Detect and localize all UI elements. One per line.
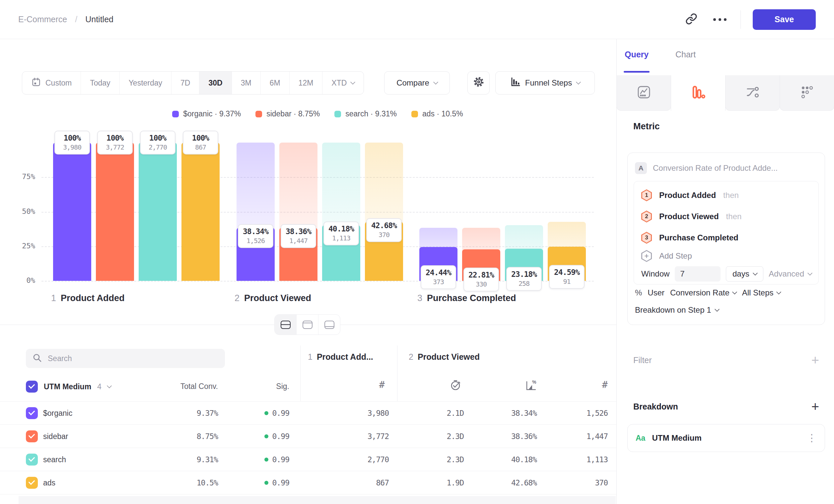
row-checkbox[interactable] xyxy=(26,454,38,465)
chart-type-button[interactable]: Funnel Steps xyxy=(495,71,595,94)
funnel-bar[interactable] xyxy=(139,143,177,281)
metric-series-row[interactable]: A Conversion Rate of Product Adde... xyxy=(635,162,777,174)
date-range-6m[interactable]: 6M xyxy=(261,72,290,94)
date-range-label: XTD xyxy=(331,78,347,88)
retention-report-tab[interactable] xyxy=(780,75,834,111)
date-range-today[interactable]: Today xyxy=(81,72,119,94)
table-row[interactable]: search9.31%0.992,7702.3D40.18%1,113 xyxy=(0,448,616,471)
bar-percent: 23.18% xyxy=(508,270,541,278)
row-conv-rate: 38.34% xyxy=(470,409,537,417)
row-checkbox[interactable] xyxy=(26,430,38,442)
breadcrumb-title[interactable]: Untitled xyxy=(85,15,113,24)
row-checkbox[interactable] xyxy=(26,477,38,489)
bar-chart-icon xyxy=(510,77,521,89)
tab-query[interactable]: Query xyxy=(625,50,649,59)
tab-chart[interactable]: Chart xyxy=(676,50,696,59)
window-value-input[interactable] xyxy=(675,266,721,281)
date-range-3m[interactable]: 3M xyxy=(232,72,261,94)
metric-step[interactable]: 1Product Addedthen xyxy=(641,185,818,206)
split-horizontal-icon xyxy=(281,321,291,329)
legend-item[interactable]: search · 9.31% xyxy=(334,109,397,118)
funnel-report-app: E-Commerce / Untitled Save CustomTodayYe… xyxy=(0,0,834,504)
table-row[interactable]: ads10.5%0.998671.9D42.68%370 xyxy=(0,471,616,495)
row-significance: 0.99 xyxy=(223,409,289,417)
total-conv-header[interactable]: Total Conv. xyxy=(152,382,218,391)
chevron-down-icon xyxy=(576,79,581,85)
bar-count: 373 xyxy=(422,278,455,286)
add-filter-button[interactable]: + xyxy=(811,353,819,367)
metric-step[interactable]: 3Purchase Completed xyxy=(641,227,818,248)
kebab-menu-icon[interactable]: ⋮ xyxy=(807,433,817,443)
bar-count: 867 xyxy=(184,143,217,151)
counting-measure[interactable]: Conversion Rate xyxy=(670,288,737,297)
chart-settings-button[interactable] xyxy=(467,71,490,94)
breakdown-on-step-control[interactable]: Breakdown on Step 1 xyxy=(635,305,719,315)
funnels-report-tab[interactable] xyxy=(671,75,726,111)
breadcrumb-project[interactable]: E-Commerce xyxy=(18,15,67,24)
table-row[interactable]: $organic9.37%0.993,9802.1D38.34%1,526 xyxy=(0,402,616,425)
advanced-toggle[interactable]: Advanced xyxy=(769,269,812,278)
legend-label: sidebar · 8.75% xyxy=(266,109,320,118)
layout-table-only-button[interactable] xyxy=(318,315,340,335)
layout-split-horizontal-button[interactable] xyxy=(275,315,296,335)
bar-value-label: 38.34%1,526 xyxy=(238,224,273,248)
layout-chart-only-button[interactable] xyxy=(296,315,318,335)
legend-item[interactable]: sidebar · 8.75% xyxy=(256,109,320,118)
save-button[interactable]: Save xyxy=(753,9,816,30)
share-link-button[interactable] xyxy=(683,11,699,28)
counting-scope[interactable]: All Steps xyxy=(742,288,781,297)
compare-button[interactable]: Compare xyxy=(384,71,450,94)
significance-value: 0.99 xyxy=(272,409,289,417)
row-total-conv: 9.37% xyxy=(152,409,218,417)
metric-card: A Conversion Rate of Product Adde... 1Pr… xyxy=(627,153,825,325)
window-unit-label: days xyxy=(732,269,749,278)
select-all-checkbox[interactable] xyxy=(26,381,38,393)
date-range-30d[interactable]: 30D xyxy=(199,72,232,94)
measure-label: Conversion Rate xyxy=(670,288,729,297)
legend-swatch xyxy=(411,111,418,117)
table-scroll-strip[interactable] xyxy=(19,496,616,504)
date-range-yesterday[interactable]: Yesterday xyxy=(120,72,172,94)
chart-step-label: 3Purchase Completed xyxy=(417,293,516,303)
breakdown-property-card[interactable]: Aa UTM Medium ⋮ xyxy=(627,424,825,452)
retention-icon xyxy=(799,85,815,101)
more-options-button[interactable] xyxy=(711,16,728,23)
legend-item[interactable]: ads · 10.5% xyxy=(411,109,463,118)
group-column-label[interactable]: UTM Medium xyxy=(44,382,91,391)
table-row[interactable]: sidebar8.75%0.993,7722.3D38.36%1,447 xyxy=(0,425,616,448)
sig-header[interactable]: Sig. xyxy=(223,382,289,391)
chevron-down-icon xyxy=(732,289,738,294)
topbar-divider xyxy=(741,10,741,29)
count-column-icon: # xyxy=(575,379,608,390)
funnel-bar[interactable] xyxy=(53,143,91,281)
date-range-custom[interactable]: Custom xyxy=(22,72,81,94)
chart-step-label: 2Product Viewed xyxy=(235,293,311,303)
date-range-xtd[interactable]: XTD xyxy=(323,72,364,94)
chevron-down-icon[interactable] xyxy=(107,383,112,388)
table-group-header: UTM Medium 4 xyxy=(26,378,111,395)
breakdown-property-name: UTM Medium xyxy=(652,433,701,443)
row-checkbox[interactable] xyxy=(26,407,38,419)
add-step-button[interactable]: + Add Step xyxy=(641,248,818,264)
add-breakdown-button[interactable]: + xyxy=(811,400,819,413)
row-conv-rate: 38.36% xyxy=(470,432,537,441)
filter-label: Filter xyxy=(633,356,652,365)
metric-step[interactable]: 2Product Viewedthen xyxy=(641,206,818,227)
search-input[interactable] xyxy=(47,354,218,363)
counting-entity[interactable]: User xyxy=(648,288,664,297)
flows-report-tab[interactable] xyxy=(725,75,780,111)
funnel-bar[interactable] xyxy=(96,143,134,281)
insights-report-tab[interactable] xyxy=(616,75,671,111)
window-unit-select[interactable]: days xyxy=(726,266,763,281)
bar-percent: 42.68% xyxy=(368,221,400,230)
funnel-bar[interactable] xyxy=(181,143,220,281)
step-number: 1 xyxy=(308,352,312,362)
conversion-rate-column-icon: % xyxy=(524,379,537,393)
ellipsis-icon xyxy=(713,18,726,21)
row-significance: 0.99 xyxy=(223,432,289,441)
legend-item[interactable]: $organic · 9.37% xyxy=(172,109,241,118)
date-range-7d[interactable]: 7D xyxy=(172,72,199,94)
step-then-label: then xyxy=(726,212,742,221)
date-range-12m[interactable]: 12M xyxy=(290,72,323,94)
significance-value: 0.99 xyxy=(272,479,289,487)
